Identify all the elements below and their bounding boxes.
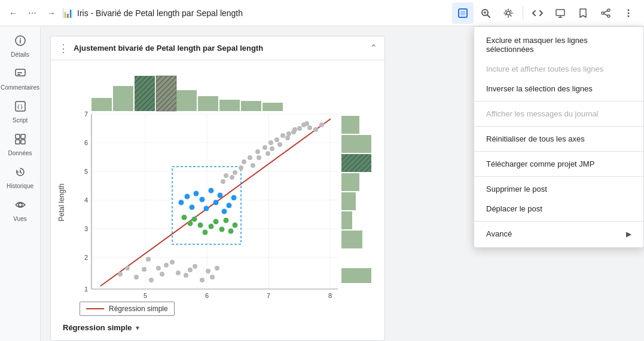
y-axis-title: Petal length xyxy=(57,183,66,221)
menu-item-download[interactable]: Télécharger comme projet JMP xyxy=(474,154,643,174)
zoom-tool-button[interactable] xyxy=(475,2,496,24)
svg-point-126 xyxy=(194,191,199,196)
svg-point-144 xyxy=(228,229,234,234)
sidebar-label-comments: Commentaires xyxy=(1,84,39,91)
menu-item-journal: Afficher les messages du journal xyxy=(474,104,643,124)
chart-menu-button[interactable]: ⋮ xyxy=(58,43,69,54)
back-button[interactable]: ← xyxy=(5,5,22,21)
history-icon xyxy=(14,166,26,181)
svg-rect-27 xyxy=(21,134,25,139)
sidebar-label-views: Vues xyxy=(13,216,26,222)
sidebar-label-data: Données xyxy=(8,150,32,156)
forward-button[interactable]: → xyxy=(43,5,60,21)
menu-item-exclude[interactable]: Exclure et masquer les lignes sélectionn… xyxy=(474,30,643,59)
svg-point-17 xyxy=(628,15,630,17)
menu-item-include: Inclure et afficher toutes les lignes xyxy=(474,59,643,79)
svg-point-124 xyxy=(185,194,190,199)
sidebar-item-data[interactable]: Données xyxy=(2,130,38,160)
svg-rect-26 xyxy=(16,134,20,139)
svg-point-109 xyxy=(233,170,237,175)
menu-item-reset-axes[interactable]: Réinitialiser de tous les axes xyxy=(474,129,643,149)
svg-point-132 xyxy=(222,209,227,214)
chart-card-title: Ajustement bivarié de Petal length par S… xyxy=(74,44,365,53)
sidebar-label-script: Script xyxy=(13,117,28,124)
menu-item-invert[interactable]: Inverser la sélection des lignes xyxy=(474,79,643,99)
menu-item-move[interactable]: Déplacer le post xyxy=(474,199,643,219)
svg-point-131 xyxy=(218,193,223,198)
menu-separator-5 xyxy=(474,221,643,222)
svg-point-112 xyxy=(230,175,234,180)
sidebar-item-script[interactable]: {} Script xyxy=(2,97,38,127)
svg-rect-50 xyxy=(341,211,352,229)
regression-section[interactable]: Régression simple ▾ xyxy=(63,323,139,332)
svg-rect-34 xyxy=(113,86,133,111)
sidebar-item-history[interactable]: Historique xyxy=(2,162,38,193)
svg-rect-28 xyxy=(16,140,20,144)
svg-point-117 xyxy=(270,146,274,151)
svg-point-95 xyxy=(215,266,219,271)
svg-point-84 xyxy=(156,266,161,271)
menu-item-advanced[interactable]: Avancé ▶ xyxy=(474,224,643,244)
document-icon: 📊 xyxy=(62,8,74,19)
legend-label: Régression simple xyxy=(109,305,168,313)
info-icon xyxy=(14,35,26,50)
chart-collapse-button[interactable]: ⌃ xyxy=(370,42,377,54)
svg-point-98 xyxy=(255,149,260,154)
svg-point-96 xyxy=(239,165,243,170)
svg-point-119 xyxy=(285,136,290,140)
sidebar-item-comments[interactable]: Commentaires xyxy=(2,64,38,94)
svg-point-110 xyxy=(224,173,228,178)
svg-rect-40 xyxy=(198,96,218,111)
svg-point-94 xyxy=(210,275,215,279)
svg-point-128 xyxy=(204,206,209,211)
svg-point-32 xyxy=(19,203,22,207)
svg-point-82 xyxy=(146,257,151,262)
svg-point-107 xyxy=(313,127,318,132)
legend-line-indicator xyxy=(86,308,104,309)
svg-point-139 xyxy=(203,230,208,235)
topbar-separator-1 xyxy=(523,6,523,20)
data-icon xyxy=(14,133,26,148)
svg-point-116 xyxy=(265,151,270,156)
svg-rect-38 xyxy=(156,76,176,111)
svg-point-86 xyxy=(164,263,169,268)
topbar-title-area: 📊 Iris - Bivarié de Petal length par Sep… xyxy=(62,8,450,19)
svg-point-10 xyxy=(608,9,610,11)
top-histogram xyxy=(91,76,283,111)
svg-line-13 xyxy=(604,11,608,13)
svg-point-20 xyxy=(20,38,21,39)
context-menu: Exclure et masquer les lignes sélectionn… xyxy=(474,26,644,248)
svg-text:{}: {} xyxy=(17,104,23,110)
svg-point-137 xyxy=(192,217,197,222)
bookmark-button[interactable] xyxy=(572,2,594,24)
menu-item-delete[interactable]: Supprimer le post xyxy=(474,179,643,199)
pan-tool-button[interactable] xyxy=(498,2,519,24)
x-axis-labels: 5 6 7 8 xyxy=(144,292,332,298)
more-options-button[interactable] xyxy=(618,2,639,24)
svg-point-123 xyxy=(179,200,184,205)
svg-point-80 xyxy=(134,275,139,279)
svg-point-140 xyxy=(209,224,214,229)
y-axis-labels: 7 6 5 4 3 2 1 xyxy=(84,110,88,293)
svg-point-6 xyxy=(506,11,510,15)
svg-rect-47 xyxy=(341,154,371,172)
svg-rect-45 xyxy=(341,135,371,153)
svg-point-87 xyxy=(170,260,175,265)
svg-point-133 xyxy=(227,203,232,208)
menu-separator-3 xyxy=(474,151,643,152)
scatter-points-green xyxy=(182,215,238,235)
more-nav-button[interactable]: ⋯ xyxy=(24,5,41,21)
svg-line-3 xyxy=(487,15,490,17)
svg-point-88 xyxy=(176,271,181,275)
sidebar-item-views[interactable]: Vues xyxy=(2,195,38,226)
svg-point-15 xyxy=(628,9,630,11)
sidebar-item-details[interactable]: Détails xyxy=(2,31,38,62)
select-tool-button[interactable] xyxy=(452,2,474,24)
svg-rect-1 xyxy=(460,11,465,16)
code-button[interactable] xyxy=(527,2,548,24)
sidebar-label-history: Historique xyxy=(7,183,33,189)
present-button[interactable] xyxy=(550,2,571,24)
svg-point-129 xyxy=(209,188,214,193)
svg-point-16 xyxy=(628,12,630,14)
share-button[interactable] xyxy=(595,2,616,24)
